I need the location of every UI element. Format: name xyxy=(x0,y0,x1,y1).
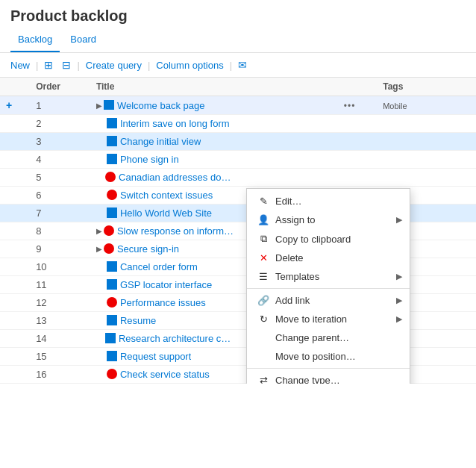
item-title-link[interactable]: Switch context issues xyxy=(120,190,213,201)
row-add-button[interactable]: + xyxy=(6,99,12,111)
context-menu-item-edit[interactable]: ✎ Edit… xyxy=(247,192,410,210)
table-container: Order Title Tags +1▶Welcome back page•••… xyxy=(0,78,476,384)
col-dots-header xyxy=(338,78,377,96)
submenu-arrow: ▶ xyxy=(396,296,402,305)
ctx-icon-assign: 👤 xyxy=(257,214,269,225)
item-title-link[interactable]: Welcome back page xyxy=(117,100,205,111)
order-number: 5 xyxy=(36,172,41,183)
bug-icon xyxy=(107,190,117,200)
context-menu-item-assign[interactable]: 👤 Assign to ▶ xyxy=(247,210,410,229)
submenu-arrow: ▶ xyxy=(396,314,402,324)
item-title-link[interactable]: Slow response on information xyxy=(117,225,234,237)
tag-badge: Mobile xyxy=(383,102,407,110)
item-title-link[interactable]: Request support xyxy=(120,351,191,362)
col-order-header: Order xyxy=(30,78,90,96)
submenu-arrow: ▶ xyxy=(396,215,402,225)
context-menu-trigger[interactable]: ••• xyxy=(344,101,356,111)
email-icon-button[interactable]: ✉ xyxy=(234,57,251,72)
ctx-label-delete: Delete xyxy=(275,252,304,263)
context-menu-item-copy[interactable]: ⧉ Copy to clipboard xyxy=(247,229,410,249)
context-menu-item-change_parent[interactable]: Change parent… xyxy=(247,328,410,347)
ctx-label-assign: Assign to xyxy=(275,214,315,225)
item-title-link[interactable]: Performance issues xyxy=(120,297,206,308)
order-number: 11 xyxy=(36,279,46,290)
item-title-link[interactable]: Change initial view xyxy=(120,136,201,147)
new-button[interactable]: New xyxy=(6,58,34,72)
sep2: | xyxy=(77,60,79,71)
table-row: 4Phone sign in xyxy=(0,151,476,169)
story-icon xyxy=(105,333,116,343)
context-menu-item-move_position[interactable]: Move to position… xyxy=(247,347,410,366)
order-number: 8 xyxy=(36,225,41,237)
item-title-link[interactable]: Cancel order form xyxy=(120,261,198,272)
sep4: | xyxy=(230,60,232,71)
context-menu-item-add_link[interactable]: 🔗 Add link ▶ xyxy=(247,291,410,310)
item-title-link[interactable]: Interim save on long form xyxy=(120,118,230,129)
table-row: +1▶Welcome back page•••Mobile xyxy=(0,96,476,115)
ctx-icon-move_iteration: ↻ xyxy=(257,313,269,325)
context-menu-item-delete[interactable]: ✕ Delete xyxy=(247,249,410,267)
ctx-label-move_iteration: Move to iteration xyxy=(275,313,347,325)
story-icon xyxy=(104,100,114,110)
item-title-link[interactable]: Phone sign in xyxy=(120,154,179,165)
expand-arrow[interactable]: ▶ xyxy=(96,245,102,253)
ctx-icon-copy: ⧉ xyxy=(257,233,269,245)
tab-board[interactable]: Board xyxy=(63,29,104,52)
collapse-icon-button[interactable]: ⊟ xyxy=(57,57,75,72)
add-icon-button[interactable]: ⊞ xyxy=(40,57,57,72)
table-header-row: Order Title Tags xyxy=(0,78,476,96)
context-menu-item-change_type[interactable]: ⇄ Change type… xyxy=(247,371,410,384)
item-title-link[interactable]: Check service status xyxy=(120,369,210,380)
story-icon xyxy=(107,315,117,325)
order-number: 7 xyxy=(36,208,41,219)
page-container: Product backlog Backlog Board New | ⊞ ⊟ … xyxy=(0,0,476,384)
story-icon xyxy=(107,208,117,218)
context-menu-separator xyxy=(247,288,410,289)
expand-arrow[interactable]: ▶ xyxy=(96,227,102,235)
collapse-icon: ⊟ xyxy=(62,59,71,71)
sep1: | xyxy=(36,60,38,71)
table-row: 5Canadian addresses don't disp xyxy=(0,169,476,187)
tab-bar: Backlog Board xyxy=(0,29,476,53)
ctx-label-move_position: Move to position… xyxy=(275,351,356,362)
order-number: 12 xyxy=(36,297,46,308)
ctx-label-add_link: Add link xyxy=(275,295,310,306)
item-title-link[interactable]: Hello World Web Site xyxy=(120,208,212,219)
bug-icon xyxy=(105,172,116,182)
sep3: | xyxy=(148,60,150,71)
order-number: 3 xyxy=(36,136,41,147)
create-query-button[interactable]: Create query xyxy=(81,58,146,72)
ctx-label-change_parent: Change parent… xyxy=(275,332,349,343)
order-number: 4 xyxy=(36,154,41,165)
col-add-header xyxy=(0,78,30,96)
expand-arrow[interactable]: ▶ xyxy=(96,102,102,110)
ctx-label-change_type: Change type… xyxy=(275,375,340,384)
ctx-icon-templates: ☰ xyxy=(257,271,269,282)
item-title-link[interactable]: GSP locator interface xyxy=(120,279,212,290)
context-menu: ✎ Edit… 👤 Assign to ▶ ⧉ Copy to clipboar… xyxy=(246,188,410,384)
order-number: 2 xyxy=(36,118,41,129)
col-tags-header: Tags xyxy=(377,78,476,96)
item-title-link[interactable]: Resume xyxy=(120,315,156,326)
order-number: 1 xyxy=(36,100,41,111)
story-icon xyxy=(107,279,117,290)
mail-icon: ✉ xyxy=(238,59,247,71)
story-icon xyxy=(107,154,117,164)
story-icon xyxy=(107,351,117,361)
column-options-button[interactable]: Column options xyxy=(151,58,228,72)
order-number: 16 xyxy=(36,369,46,380)
story-icon xyxy=(107,261,117,272)
ctx-icon-add_link: 🔗 xyxy=(257,295,269,306)
order-number: 14 xyxy=(36,333,46,344)
item-title-link[interactable]: Research architecture changes xyxy=(119,333,234,344)
item-title-link[interactable]: Canadian addresses don't disp xyxy=(119,172,234,183)
tab-backlog[interactable]: Backlog xyxy=(10,29,60,52)
ctx-label-copy: Copy to clipboard xyxy=(275,234,351,245)
story-icon xyxy=(107,118,117,128)
order-number: 6 xyxy=(36,190,41,201)
context-menu-item-move_iteration[interactable]: ↻ Move to iteration ▶ xyxy=(247,310,410,328)
context-menu-item-templates[interactable]: ☰ Templates ▶ xyxy=(247,267,410,286)
col-title-header: Title xyxy=(90,78,338,96)
bug-icon xyxy=(107,369,117,379)
item-title-link[interactable]: Secure sign-in xyxy=(117,243,179,255)
